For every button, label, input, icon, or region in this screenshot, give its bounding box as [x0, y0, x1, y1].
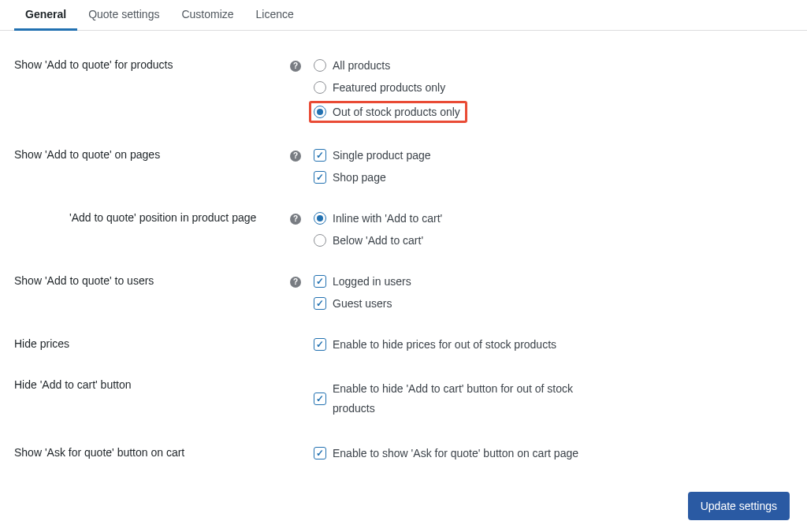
radio-below-add-to-cart[interactable]: [314, 234, 326, 247]
field-show-on-pages: Show 'Add to quote' on pages ? Single pr…: [14, 135, 793, 198]
field-position: 'Add to quote' position in product page …: [14, 198, 793, 261]
radio-label-all-products[interactable]: All products: [333, 59, 390, 72]
checkbox-shop-page[interactable]: [314, 171, 326, 184]
radio-featured-products[interactable]: [314, 81, 326, 94]
tab-customize[interactable]: Customize: [170, 0, 244, 30]
tabs: General Quote settings Customize Licence: [0, 0, 807, 31]
checkbox-label-guest[interactable]: Guest users: [333, 297, 392, 310]
checkbox-label-logged-in[interactable]: Logged in users: [333, 275, 411, 288]
help-icon[interactable]: ?: [290, 61, 301, 72]
checkbox-logged-in-users[interactable]: [314, 275, 326, 288]
settings-form: Show 'Add to quote' for products ? All p…: [0, 31, 807, 532]
checkbox-label-shop-page[interactable]: Shop page: [333, 171, 386, 184]
tab-licence[interactable]: Licence: [245, 0, 305, 30]
radio-label-below[interactable]: Below 'Add to cart': [333, 234, 423, 247]
radio-inline-add-to-cart[interactable]: [314, 212, 326, 225]
checkbox-hide-prices[interactable]: [314, 338, 326, 351]
checkbox-label-hide-add-to-cart[interactable]: Enable to hide 'Add to cart' button for …: [333, 379, 577, 419]
checkbox-label-hide-prices[interactable]: Enable to hide prices for out of stock p…: [333, 338, 556, 351]
checkbox-hide-add-to-cart[interactable]: [314, 392, 326, 405]
field-hide-add-to-cart: Hide 'Add to cart' button Enable to hide…: [14, 365, 793, 433]
update-settings-button[interactable]: Update settings: [688, 492, 790, 520]
label-position: 'Add to quote' position in product page: [14, 210, 290, 224]
radio-label-featured-products[interactable]: Featured products only: [333, 81, 445, 94]
tab-quote-settings[interactable]: Quote settings: [77, 0, 170, 30]
tab-general[interactable]: General: [14, 0, 77, 31]
checkbox-single-product-page[interactable]: [314, 149, 326, 162]
label-hide-add-to-cart: Hide 'Add to cart' button: [14, 377, 290, 391]
highlighted-option: Out of stock products only: [309, 101, 467, 123]
field-hide-prices: Hide prices Enable to hide prices for ou…: [14, 324, 793, 365]
footer: Update settings: [688, 492, 790, 520]
field-show-to-users: Show 'Add to quote' to users ? Logged in…: [14, 261, 793, 324]
radio-label-out-of-stock[interactable]: Out of stock products only: [333, 106, 460, 118]
label-show-to-users: Show 'Add to quote' to users: [14, 273, 290, 287]
radio-all-products[interactable]: [314, 59, 326, 72]
label-show-for-products: Show 'Add to quote' for products: [14, 57, 290, 71]
radio-label-inline[interactable]: Inline with 'Add to cart': [333, 212, 442, 225]
field-show-for-products: Show 'Add to quote' for products ? All p…: [14, 45, 793, 135]
label-hide-prices: Hide prices: [14, 336, 290, 350]
radio-out-of-stock-products[interactable]: [314, 106, 326, 118]
label-show-on-pages: Show 'Add to quote' on pages: [14, 147, 290, 161]
checkbox-show-ask-on-cart[interactable]: [314, 447, 326, 459]
checkbox-guest-users[interactable]: [314, 297, 326, 310]
help-icon[interactable]: ?: [290, 214, 301, 225]
field-show-ask-on-cart: Show 'Ask for quote' button on cart Enab…: [14, 433, 793, 474]
help-icon[interactable]: ?: [290, 151, 301, 162]
checkbox-label-show-ask-on-cart[interactable]: Enable to show 'Ask for quote' button on…: [333, 447, 578, 459]
help-icon[interactable]: ?: [290, 277, 301, 288]
checkbox-label-single-product[interactable]: Single product page: [333, 149, 431, 162]
label-show-ask-on-cart: Show 'Ask for quote' button on cart: [14, 445, 290, 459]
